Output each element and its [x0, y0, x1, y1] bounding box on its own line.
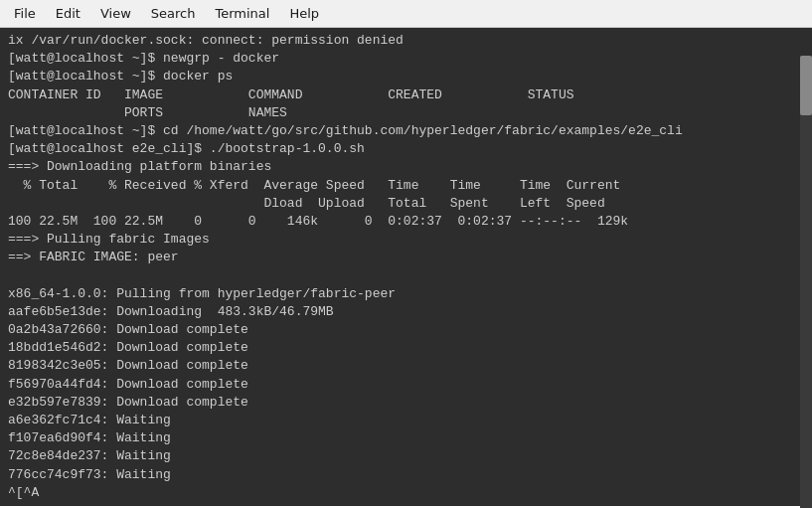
- scrollbar-track[interactable]: [800, 56, 812, 508]
- menu-terminal[interactable]: Terminal: [205, 4, 279, 23]
- menu-search[interactable]: Search: [141, 4, 206, 23]
- terminal-content: ix /var/run/docker.sock: connect: permis…: [0, 28, 812, 508]
- menu-help[interactable]: Help: [279, 4, 329, 23]
- terminal-body[interactable]: ix /var/run/docker.sock: connect: permis…: [0, 28, 812, 506]
- menu-file[interactable]: File: [4, 4, 46, 23]
- terminal-window: File Edit View Search Terminal Help ix /…: [0, 0, 812, 508]
- scrollbar-thumb[interactable]: [800, 56, 812, 115]
- terminal-wrapper: ix /var/run/docker.sock: connect: permis…: [0, 28, 812, 508]
- menu-view[interactable]: View: [90, 4, 141, 23]
- menu-bar: File Edit View Search Terminal Help: [0, 0, 812, 28]
- menu-edit[interactable]: Edit: [46, 4, 90, 23]
